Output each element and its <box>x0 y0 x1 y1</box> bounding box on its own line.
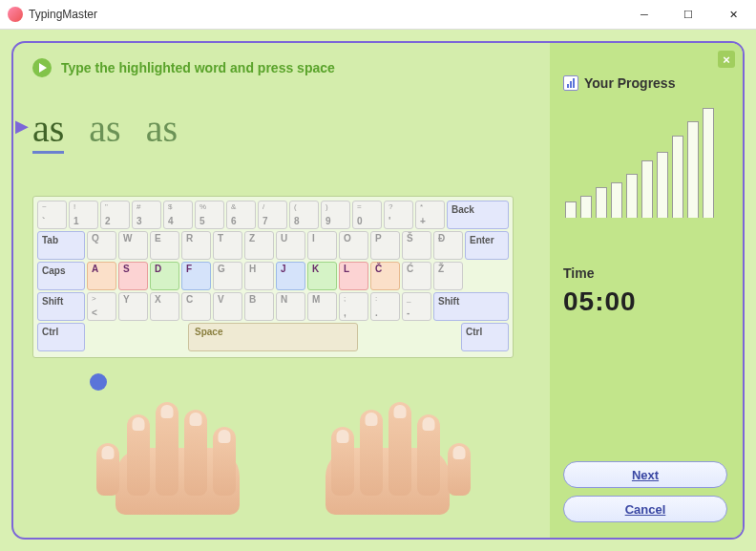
minimize-button[interactable]: ─ <box>622 0 666 29</box>
key-A[interactable]: A <box>87 262 116 290</box>
progress-bar <box>596 187 607 218</box>
progress-bar <box>580 196 592 218</box>
key--[interactable]: _- <box>402 292 431 321</box>
window-close-button[interactable]: ✕ <box>710 0 756 29</box>
key-O[interactable]: O <box>339 231 368 260</box>
progress-bar <box>657 152 668 218</box>
key-,[interactable]: ;, <box>339 292 368 321</box>
progress-bar <box>641 160 653 218</box>
key-Č[interactable]: Č <box>370 262 400 290</box>
tab-key[interactable]: Tab <box>37 231 85 260</box>
keyboard: ~`!1"2#3$4%5&6/7(8)9=0?'*+Back TabQWERTZ… <box>32 196 514 358</box>
key-V[interactable]: V <box>213 292 242 321</box>
key-Y[interactable]: Y <box>118 292 148 321</box>
progress-bar <box>611 182 622 218</box>
enter-key[interactable]: Enter <box>465 231 509 260</box>
close-icon[interactable]: × <box>718 51 735 68</box>
chart-icon <box>563 75 578 91</box>
key-+[interactable]: *+ <box>415 201 445 229</box>
key-X[interactable]: X <box>150 292 179 321</box>
progress-label: Your Progress <box>584 75 675 91</box>
key-4[interactable]: $4 <box>163 201 193 229</box>
key-<[interactable]: >< <box>87 292 116 321</box>
key-Ž[interactable]: Ž <box>433 262 463 290</box>
instruction-row: Type the highlighted word and press spac… <box>32 58 533 77</box>
progress-title: Your Progress <box>563 75 729 91</box>
key-'[interactable]: ?' <box>384 201 413 229</box>
left-hand <box>87 371 259 496</box>
titlebar: TypingMaster ─ ☐ ✕ <box>0 0 756 30</box>
app-icon <box>8 7 23 22</box>
word-list: as as as <box>32 106 533 154</box>
progress-bar <box>703 108 714 218</box>
time-value: 05:00 <box>563 286 729 317</box>
key-M[interactable]: M <box>307 292 337 321</box>
key-E[interactable]: E <box>150 231 179 260</box>
key-D[interactable]: D <box>150 262 179 290</box>
key-`[interactable]: ~` <box>37 201 67 229</box>
ctrl-left-key[interactable]: Ctrl <box>37 323 85 351</box>
key-7[interactable]: /7 <box>258 201 287 229</box>
cancel-button[interactable]: Cancel <box>563 496 727 522</box>
shift-right-key[interactable]: Shift <box>433 292 509 321</box>
space-key[interactable]: Space <box>188 323 358 351</box>
key-F[interactable]: F <box>181 262 211 290</box>
key-Q[interactable]: Q <box>87 231 116 260</box>
progress-bar <box>687 121 699 218</box>
key-8[interactable]: (8 <box>289 201 319 229</box>
progress-bar <box>672 136 683 218</box>
key-H[interactable]: H <box>244 262 274 290</box>
progress-bar <box>565 201 577 218</box>
shift-left-key[interactable]: Shift <box>37 292 85 321</box>
next-button[interactable]: Next <box>563 461 727 488</box>
hands-illustration <box>32 371 533 486</box>
maximize-button[interactable]: ☐ <box>666 0 710 29</box>
word-current: as <box>32 106 64 154</box>
key-5[interactable]: %5 <box>195 201 224 229</box>
key-C[interactable]: C <box>181 292 211 321</box>
key-1[interactable]: !1 <box>69 201 98 229</box>
right-hand <box>306 371 478 496</box>
key-N[interactable]: N <box>276 292 305 321</box>
progress-bar <box>626 174 638 218</box>
key-W[interactable]: W <box>118 231 148 260</box>
key-.[interactable]: :. <box>370 292 400 321</box>
key-2[interactable]: "2 <box>100 201 130 229</box>
caps-key[interactable]: Caps <box>37 262 85 290</box>
key-Ć[interactable]: Ć <box>402 262 431 290</box>
key-L[interactable]: L <box>339 262 368 290</box>
key-6[interactable]: &6 <box>226 201 256 229</box>
time-label: Time <box>563 265 729 281</box>
key-G[interactable]: G <box>213 262 242 290</box>
key-B[interactable]: B <box>244 292 274 321</box>
play-icon <box>32 58 52 77</box>
key-T[interactable]: T <box>213 231 242 260</box>
key-K[interactable]: K <box>307 262 337 290</box>
key-S[interactable]: S <box>118 262 148 290</box>
key-0[interactable]: =0 <box>352 201 382 229</box>
instruction-text: Type the highlighted word and press spac… <box>61 60 335 75</box>
ctrl-right-key[interactable]: Ctrl <box>461 323 509 351</box>
key-9[interactable]: )9 <box>321 201 350 229</box>
word-upcoming: as <box>89 106 120 154</box>
sidebar: × Your Progress Time 05:00 Next Cancel <box>550 43 743 538</box>
key-U[interactable]: U <box>276 231 305 260</box>
key-I[interactable]: I <box>307 231 337 260</box>
word-upcoming: as <box>146 106 178 154</box>
key-Đ[interactable]: Đ <box>433 231 463 260</box>
key-P[interactable]: P <box>370 231 400 260</box>
key-3[interactable]: #3 <box>132 201 161 229</box>
key-J[interactable]: J <box>276 262 305 290</box>
progress-chart <box>563 108 729 218</box>
key-R[interactable]: R <box>181 231 211 260</box>
main-panel: Type the highlighted word and press spac… <box>11 41 745 540</box>
app-background: Type the highlighted word and press spac… <box>0 30 756 551</box>
window-title: TypingMaster <box>29 8 622 21</box>
key-Š[interactable]: Š <box>402 231 431 260</box>
back-key[interactable]: Back <box>447 201 509 229</box>
main-area: Type the highlighted word and press spac… <box>13 43 548 538</box>
key-Z[interactable]: Z <box>244 231 274 260</box>
